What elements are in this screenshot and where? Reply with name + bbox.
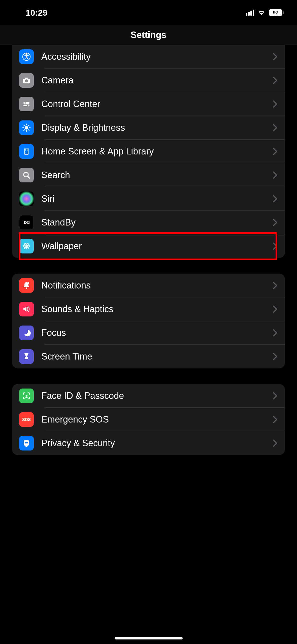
settings-row-home-screen[interactable]: Home Screen & App Library	[12, 140, 285, 163]
siri-icon	[19, 191, 34, 206]
row-label: Face ID & Passcode	[41, 391, 273, 401]
chevron-right-icon	[273, 171, 277, 179]
row-label: Privacy & Security	[41, 438, 273, 448]
settings-row-emergency-sos[interactable]: Emergency SOS	[12, 408, 285, 431]
nav-header: Settings	[0, 25, 297, 45]
focus-icon	[19, 326, 34, 340]
row-label: Notifications	[41, 280, 273, 291]
chevron-right-icon	[273, 416, 277, 423]
wallpaper-icon	[19, 239, 34, 253]
status-bar: 10:29 97	[0, 0, 297, 25]
row-label: Home Screen & App Library	[41, 146, 273, 157]
row-label: Search	[41, 170, 273, 180]
status-time: 10:29	[0, 8, 73, 18]
battery-indicator: 97	[269, 9, 284, 16]
standby-icon	[19, 215, 34, 230]
chevron-right-icon	[273, 305, 277, 313]
settings-row-accessibility[interactable]: Accessibility	[12, 45, 285, 69]
settings-row-siri[interactable]: Siri	[12, 187, 285, 211]
chevron-right-icon	[273, 353, 277, 360]
row-label: Accessibility	[41, 51, 273, 62]
battery-level: 97	[269, 9, 282, 16]
settings-group: Face ID & PasscodeEmergency SOSPrivacy &…	[12, 384, 285, 455]
sounds-icon	[19, 302, 34, 316]
settings-row-notifications[interactable]: Notifications	[12, 274, 285, 297]
control-center-icon	[19, 97, 34, 111]
home-screen-icon	[19, 144, 34, 159]
brightness-icon	[19, 120, 34, 135]
wifi-icon	[257, 10, 266, 16]
settings-group: NotificationsSounds & HapticsFocusScreen…	[12, 274, 285, 368]
chevron-right-icon	[273, 392, 277, 400]
settings-row-sounds[interactable]: Sounds & Haptics	[12, 297, 285, 321]
settings-row-search[interactable]: Search	[12, 163, 285, 187]
cellular-signal-icon	[246, 10, 254, 16]
chevron-right-icon	[273, 219, 277, 226]
chevron-right-icon	[273, 329, 277, 337]
settings-row-face-id[interactable]: Face ID & Passcode	[12, 384, 285, 408]
accessibility-icon	[19, 49, 34, 64]
chevron-right-icon	[273, 100, 277, 108]
chevron-right-icon	[273, 148, 277, 155]
row-label: Control Center	[41, 99, 273, 109]
settings-row-focus[interactable]: Focus	[12, 321, 285, 345]
chevron-right-icon	[273, 77, 277, 84]
chevron-right-icon	[273, 242, 277, 250]
chevron-right-icon	[273, 124, 277, 132]
row-label: StandBy	[41, 217, 273, 228]
row-label: Sounds & Haptics	[41, 304, 273, 314]
settings-row-camera[interactable]: Camera	[12, 69, 285, 92]
row-label: Display & Brightness	[41, 122, 273, 133]
privacy-icon	[19, 436, 34, 450]
settings-group: AccessibilityCameraControl CenterDisplay…	[12, 45, 285, 258]
row-label: Focus	[41, 328, 273, 338]
screen-time-icon	[19, 349, 34, 364]
row-label: Screen Time	[41, 351, 273, 362]
settings-row-screen-time[interactable]: Screen Time	[12, 345, 285, 368]
status-indicators: 97	[246, 9, 284, 16]
chevron-right-icon	[273, 439, 277, 447]
notifications-icon	[19, 278, 34, 293]
sos-icon	[19, 412, 34, 427]
row-label: Emergency SOS	[41, 414, 273, 425]
face-id-icon	[19, 389, 34, 403]
chevron-right-icon	[273, 195, 277, 203]
row-label: Siri	[41, 194, 273, 204]
settings-row-standby[interactable]: StandBy	[12, 211, 285, 234]
search-icon	[19, 168, 34, 182]
page-title: Settings	[130, 30, 166, 40]
settings-row-display-brightness[interactable]: Display & Brightness	[12, 116, 285, 140]
chevron-right-icon	[273, 282, 277, 289]
settings-row-control-center[interactable]: Control Center	[12, 92, 285, 116]
settings-row-wallpaper[interactable]: Wallpaper	[12, 234, 285, 258]
camera-icon	[19, 73, 34, 88]
home-indicator[interactable]	[115, 637, 183, 639]
row-label: Wallpaper	[41, 241, 273, 251]
row-label: Camera	[41, 75, 273, 86]
chevron-right-icon	[273, 53, 277, 60]
settings-row-privacy[interactable]: Privacy & Security	[12, 431, 285, 455]
